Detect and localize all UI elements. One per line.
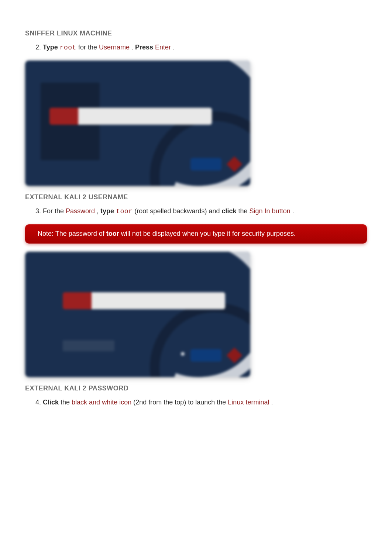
username-field: [49, 108, 212, 125]
note-banner: Note: The password of toor will not be d…: [25, 224, 367, 244]
step-list-b: For the Password , type toor (root spell…: [25, 206, 367, 217]
click-bold-4: Click: [43, 399, 59, 406]
dot: .: [131, 44, 135, 51]
screenshot-password: [25, 252, 250, 377]
root-back: (root spelled backwards) and: [134, 207, 221, 215]
field-input-2: [92, 292, 225, 309]
step-list-c: Click the black and white icon (2nd from…: [25, 397, 367, 408]
root-code: root: [60, 44, 76, 51]
the1: the: [61, 399, 72, 406]
step-4: Click the black and white icon (2nd from…: [43, 397, 367, 408]
caption-sniffer: SNIFFER LINUX MACHINE: [25, 30, 367, 37]
note-toor: toor: [106, 230, 119, 237]
dot3: .: [292, 207, 294, 215]
field-input: [78, 108, 212, 125]
the: the: [238, 207, 250, 215]
indicator-dot-icon: [181, 352, 185, 356]
step-list-a: Type root for the Username . Press Enter…: [25, 42, 367, 53]
password-label-area: [63, 340, 114, 351]
password-field: [63, 292, 225, 309]
field-tag: [49, 108, 78, 125]
dot4: .: [271, 399, 273, 406]
signin-button: [190, 349, 221, 362]
username-red: Username: [99, 44, 130, 51]
caption-username: EXTERNAL KALI 2 USERNAME: [25, 193, 367, 201]
terminal-red: Linux terminal: [228, 399, 269, 406]
screenshot-username: [25, 61, 250, 186]
field-tag-2: [63, 292, 92, 309]
next-button: [190, 158, 221, 170]
step-3: For the Password , type toor (root spell…: [43, 206, 367, 217]
dot2: .: [173, 44, 175, 51]
for-the: for the: [78, 44, 99, 51]
note-prefix: Note: The password of: [38, 230, 106, 237]
bwicon-red: black and white icon: [72, 399, 131, 406]
for-the-3: For the: [43, 207, 66, 215]
note-suffix: will not be displayed when you type it f…: [121, 230, 296, 237]
password-red: Password: [66, 207, 95, 215]
step-2: Type root for the Username . Press Enter…: [43, 42, 367, 53]
type-bold: Type: [43, 44, 58, 51]
caption-password: EXTERNAL KALI 2 PASSWORD: [25, 385, 367, 392]
middle: (2nd from the top) to launch the: [133, 399, 228, 406]
signin-red: Sign In button: [250, 207, 290, 215]
enter-red: Enter: [155, 44, 171, 51]
comma: ,: [97, 207, 100, 215]
type-bold-3: type: [100, 207, 114, 215]
press-bold: Press: [135, 44, 153, 51]
click-bold: click: [221, 207, 236, 215]
toor-code: toor: [116, 208, 133, 215]
